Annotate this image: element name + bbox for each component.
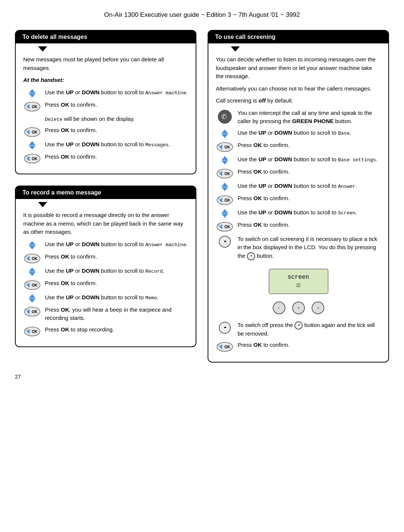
inline-dots2-icon: •• — [247, 252, 255, 260]
updown-icon — [216, 209, 234, 218]
updown-icon — [23, 89, 41, 98]
step-row: Delete will be shown on the display. — [23, 115, 188, 123]
step-row: C OK Press OK to stop recording. — [23, 325, 188, 337]
record-memo-content: It is possible to record a message direc… — [16, 199, 196, 346]
svg-text:OK: OK — [32, 130, 38, 134]
single-dot-button: • — [273, 302, 285, 314]
ok-button: C OK — [24, 280, 41, 290]
record-memo-title: To record a memo message — [16, 186, 196, 199]
step-text: Press OK to confirm. — [45, 153, 188, 161]
step-text: Use the UP or DOWN button to scroll to M… — [45, 293, 188, 302]
double-dot-button: •• — [219, 236, 231, 248]
step-row: C OK Press OK to confirm. — [216, 168, 381, 179]
right-column: To use call screening You can decide whe… — [208, 30, 389, 363]
arrow-up — [29, 294, 36, 298]
updown-button — [29, 267, 36, 276]
ok-icon: C OK — [23, 253, 41, 264]
ok-icon: C OK — [23, 326, 41, 337]
arrow-up — [29, 267, 36, 272]
step-text: Use the UP or DOWN button to scroll to A… — [45, 88, 188, 97]
svg-text:C: C — [25, 328, 27, 331]
step-text: Press OK to confirm. — [238, 341, 381, 349]
step-text: Press OK to confirm. — [238, 221, 381, 229]
step-row: •• To switch off press the •• button aga… — [216, 321, 381, 338]
delete-intro: New messages must be played before you c… — [23, 55, 188, 72]
arrow-down — [29, 146, 36, 150]
step-text: Press OK, you will hear a beep in the ea… — [45, 306, 188, 322]
arrow-down — [29, 272, 36, 276]
arrow-down — [29, 94, 36, 98]
svg-text:OK: OK — [224, 225, 230, 229]
step-text: Press OK to confirm. — [238, 168, 381, 176]
arrow-up — [221, 156, 228, 160]
step-text: Use the UP or DOWN button to scroll to B… — [238, 129, 381, 137]
page-number: 27 — [15, 374, 389, 380]
delete-messages-content: New messages must be played before you c… — [16, 43, 196, 174]
button-row: • •• ••• — [273, 302, 324, 314]
call-screening-section: To use call screening You can decide whe… — [208, 30, 389, 363]
step-row: C OK Press OK, you will hear a beep in t… — [23, 306, 188, 322]
updown-button — [221, 209, 228, 218]
arrow-up — [29, 241, 36, 245]
step-text: Press OK to confirm. — [45, 279, 188, 288]
step-row: C OK Press OK to confirm. — [216, 221, 381, 232]
ok-button: C OK — [24, 253, 41, 264]
call-screening-intro-2: Alternatively you can choose not to hear… — [216, 85, 381, 93]
step-row: Use the UP or DOWN button to scroll to A… — [216, 182, 381, 191]
arrow-down — [29, 245, 36, 250]
updown-button — [29, 294, 36, 303]
step-text: Use the UP or DOWN button to scroll to R… — [45, 267, 188, 275]
svg-text:OK: OK — [32, 157, 38, 161]
ok-button: C OK — [24, 326, 41, 337]
two-column-layout: To delete all messages New messages must… — [15, 30, 389, 363]
svg-text:C: C — [25, 104, 27, 106]
arrow-down — [221, 160, 228, 165]
page-header: On-Air 1300 Executive user guide ~ Editi… — [15, 11, 389, 19]
arrow-down — [221, 134, 228, 138]
step-row: Use the UP or DOWN button to scroll to M… — [23, 140, 188, 150]
updown-button — [29, 89, 36, 98]
step-text: To switch off press the •• button again … — [238, 321, 381, 338]
ok-button: C OK — [24, 306, 41, 317]
step-row: C OK Press OK to confirm. — [216, 341, 381, 352]
ok-button: C OK — [24, 153, 41, 164]
record-memo-intro: It is possible to record a message direc… — [23, 211, 188, 236]
ok-button: C OK — [216, 142, 233, 152]
arrow-up — [221, 209, 228, 213]
updown-icon — [23, 294, 41, 303]
step-text: Use the UP or DOWN button to scroll to B… — [238, 155, 381, 164]
svg-text:OK: OK — [32, 310, 38, 314]
step-row: Use the UP or DOWN button to scroll to M… — [23, 293, 188, 303]
call-screening-intro-3: Call screening is off by default. — [216, 97, 381, 105]
svg-text:OK: OK — [224, 345, 230, 349]
svg-text:OK: OK — [32, 105, 38, 109]
handset-label: At the handset: — [23, 77, 64, 83]
svg-text:C: C — [25, 309, 27, 311]
ok-button: C OK — [216, 168, 233, 179]
record-memo-section: To record a memo message It is possible … — [15, 186, 196, 347]
updown-icon — [23, 267, 41, 276]
step-row: C OK Press OK to confirm. — [216, 141, 381, 152]
ok-icon: C OK — [23, 280, 41, 290]
step-row: Use the UP or DOWN button to scroll to S… — [216, 208, 381, 218]
ok-icon: C OK — [23, 306, 41, 317]
svg-text:OK: OK — [32, 257, 38, 261]
ok-icon: C OK — [23, 127, 41, 137]
dots2-icon: •• — [216, 322, 234, 334]
step-text: Delete will be shown on the display. — [45, 115, 188, 123]
step-text: Press OK to confirm. — [238, 194, 381, 203]
step-row: C OK Press OK to confirm. — [23, 253, 188, 264]
svg-text:C: C — [218, 197, 220, 200]
step-text: Press OK to confirm. — [238, 141, 381, 150]
step-row: C OK Press OK to confirm. — [23, 126, 188, 137]
arrow-up — [221, 129, 228, 134]
updown-button — [221, 129, 228, 138]
step-text: Press OK to stop recording. — [45, 325, 188, 334]
arrow-up — [29, 141, 36, 145]
svg-text:C: C — [218, 144, 220, 147]
call-screening-intro-1: You can decide whether to listen to inco… — [216, 55, 381, 81]
arrow-down — [221, 187, 228, 191]
double-dot-button: •• — [219, 322, 231, 334]
arrow-down — [29, 299, 36, 303]
updown-button — [221, 156, 228, 165]
